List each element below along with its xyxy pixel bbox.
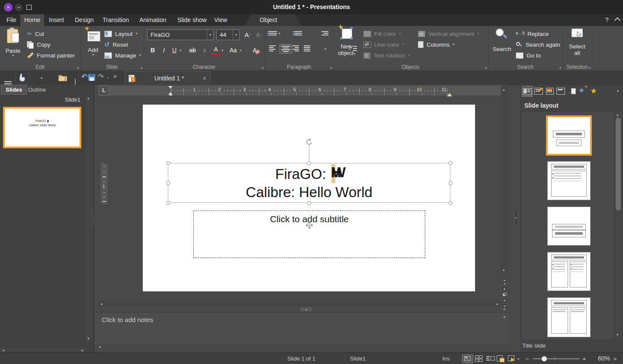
rotate-handle-icon[interactable] xyxy=(305,138,313,146)
add-slide-button[interactable]: + Add ▾ xyxy=(83,28,103,57)
sidebar-tab-animation[interactable]: ★ + xyxy=(578,86,588,96)
ruler-origin-button[interactable]: L xyxy=(99,86,109,96)
slide-thumbnail[interactable]: FiraGO: ▮ Calibre: Hello World xyxy=(3,107,81,148)
increase-indent-icon[interactable] xyxy=(321,30,328,36)
font-name-combo[interactable]: FiraGO ▾ xyxy=(147,29,214,40)
menu-insert[interactable]: Insert xyxy=(45,14,68,26)
underline-button[interactable]: U xyxy=(170,45,179,55)
scroll-down-icon[interactable]: ▾ xyxy=(503,268,505,272)
format-painter-button[interactable]: Format painter xyxy=(27,50,75,61)
handle-mid-right[interactable] xyxy=(449,181,453,185)
subscript-button[interactable]: x xyxy=(200,45,209,55)
insert-mode-status[interactable]: Ins xyxy=(442,353,450,364)
indent-marker-base[interactable] xyxy=(169,94,172,96)
goto-first-slide-button[interactable]: ▴ xyxy=(501,279,508,286)
help-button[interactable]: ? xyxy=(601,14,613,26)
font-size-combo[interactable]: 44 ▾ xyxy=(216,29,240,40)
zoom-level[interactable]: 60% xyxy=(592,353,610,364)
bullet-list-dropdown[interactable]: ▾ xyxy=(279,32,280,35)
scroll-up-icon[interactable]: ▴ xyxy=(503,314,505,319)
start-slideshow-button[interactable] xyxy=(508,355,517,362)
scroll-up-icon[interactable]: ▴ xyxy=(87,96,90,100)
goto-button[interactable]: → Go to xyxy=(516,50,541,61)
menu-home[interactable]: Home xyxy=(20,14,44,26)
menu-object[interactable]: Object xyxy=(256,14,281,26)
slides-panel-hscrollbar[interactable]: ◂ ▸ xyxy=(1,348,85,352)
previous-slide-button[interactable]: ▴ xyxy=(501,285,508,292)
sidebar-tab-styles[interactable] xyxy=(533,86,544,96)
menu-file[interactable]: File xyxy=(3,14,20,26)
zoom-in-button[interactable]: + xyxy=(582,353,586,364)
notes-view-button[interactable] xyxy=(497,355,505,362)
layout-option-title-slide[interactable] xyxy=(546,115,592,156)
next-slide-button[interactable]: ▾ xyxy=(501,297,508,304)
right-margin-marker[interactable] xyxy=(447,90,452,96)
align-left-button[interactable] xyxy=(269,45,276,52)
underline-dropdown[interactable]: ▾ xyxy=(180,49,181,52)
line-spacing-dropdown[interactable]: ▾ xyxy=(324,48,326,51)
highlight-color-button[interactable]: Aa xyxy=(228,45,238,55)
document-tab-close-icon[interactable]: × xyxy=(203,75,206,82)
collapse-ribbon-icon[interactable] xyxy=(614,17,620,23)
canvas-vscrollbar[interactable]: ▴ ▾ xyxy=(501,86,508,273)
strikethrough-button[interactable]: ab xyxy=(188,45,197,55)
tab-outline[interactable]: Outline xyxy=(24,85,50,95)
menu-transition[interactable]: Transition xyxy=(99,14,133,26)
undo-icon[interactable]: ↶ xyxy=(81,72,87,81)
handle-bottom-center[interactable] xyxy=(307,201,311,205)
scroll-right-icon[interactable]: ▸ xyxy=(496,302,498,306)
scroll-left-icon[interactable]: ◂ xyxy=(100,302,103,306)
handle-bottom-left[interactable] xyxy=(166,201,170,205)
scroll-down-icon[interactable]: ▾ xyxy=(617,332,619,337)
sidebar-menu-dropdown[interactable]: ▾ xyxy=(617,89,619,93)
slide-sorter-view-button[interactable] xyxy=(475,355,484,362)
scroll-left-icon[interactable]: ◂ xyxy=(99,345,101,349)
notes-area[interactable]: Click to add notes ▴ ◂ xyxy=(94,312,509,349)
open-file-dropdown[interactable]: ▾ xyxy=(59,77,61,80)
slideshow-dropdown[interactable]: ▾ xyxy=(517,358,519,361)
sidebar-tab-gallery[interactable] xyxy=(545,86,555,96)
layout-option-title-content[interactable] xyxy=(547,161,591,200)
layout-option-two-content[interactable] xyxy=(547,252,591,291)
clear-formatting-button[interactable]: A xyxy=(250,45,260,55)
numbered-list-dropdown[interactable]: ▾ xyxy=(295,32,297,35)
scrollbar-thumb[interactable] xyxy=(616,118,621,211)
align-center-button[interactable] xyxy=(279,44,292,54)
title-text-object[interactable]: FiraGO: HW Calibre: Hello World xyxy=(168,163,450,203)
zoom-out-button[interactable]: − xyxy=(525,353,529,364)
slides-panel-vscrollbar[interactable]: ▴ ▾ xyxy=(86,95,93,342)
scroll-left-icon[interactable]: ◂ xyxy=(2,348,4,352)
goto-last-slide-button[interactable]: ▾ xyxy=(501,303,508,310)
layout-option-centered-text[interactable] xyxy=(547,207,591,246)
search-button[interactable]: Search xyxy=(491,28,513,52)
undo-dropdown[interactable]: ▾ xyxy=(91,77,93,80)
navigate-by-button[interactable] xyxy=(501,291,508,298)
font-name-dropdown[interactable]: ▾ xyxy=(207,30,213,40)
handle-bottom-right[interactable] xyxy=(449,201,453,205)
layout-option-two-content-headers[interactable] xyxy=(547,297,591,337)
hide-right-panel-handle[interactable]: ▸ xyxy=(514,210,518,226)
document-tab[interactable]: s Untitled 1 * × xyxy=(125,71,210,85)
select-all-button[interactable]: Select all xyxy=(565,28,589,56)
normal-view-button[interactable] xyxy=(462,354,473,363)
scroll-up-icon[interactable]: ▴ xyxy=(617,112,619,117)
zoom-slider-track[interactable] xyxy=(533,358,580,359)
subtitle-placeholder[interactable]: Click to add subtitle xyxy=(193,211,425,258)
align-right-button[interactable] xyxy=(292,45,299,52)
italic-button[interactable]: I xyxy=(159,45,169,55)
handle-top-center[interactable] xyxy=(307,161,311,165)
highlight-dropdown[interactable]: ▾ xyxy=(240,49,241,52)
font-color-dropdown[interactable]: ▾ xyxy=(222,49,223,52)
font-color-button[interactable]: A xyxy=(211,45,221,55)
reset-button[interactable]: ↺ Reset xyxy=(104,39,128,50)
canvas-hscrollbar[interactable]: ◂ ▸ xyxy=(99,301,504,307)
hand-tool-icon[interactable] xyxy=(18,73,26,82)
menu-animation[interactable]: Animation xyxy=(135,14,170,26)
menu-view[interactable]: View xyxy=(210,14,231,26)
paste-button[interactable]: Paste ▾ xyxy=(3,28,23,57)
new-document-dropdown[interactable]: ▾ xyxy=(41,77,42,80)
sidebar-tab-effects[interactable]: ★ xyxy=(588,86,599,96)
zoom-slider-thumb[interactable] xyxy=(542,356,547,361)
menu-design[interactable]: Design xyxy=(71,14,98,26)
menu-slideshow[interactable]: Slide show xyxy=(173,14,211,26)
